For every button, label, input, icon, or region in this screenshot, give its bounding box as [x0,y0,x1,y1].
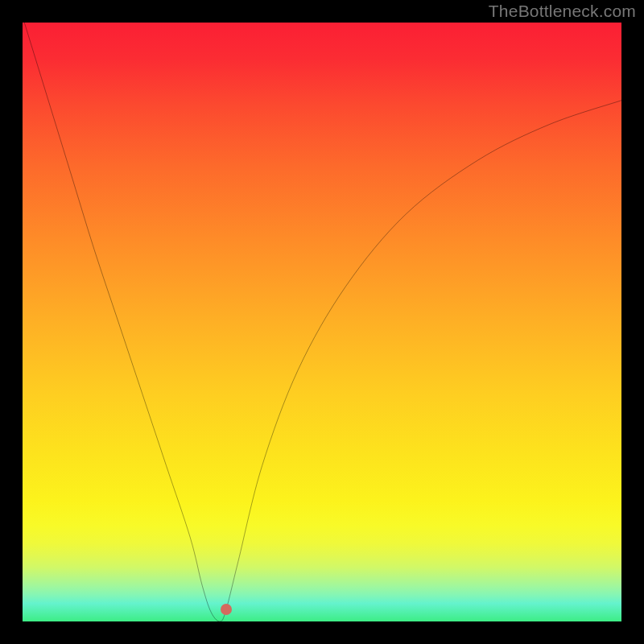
bottleneck-curve [23,23,621,621]
minimum-marker-dot [221,604,232,615]
watermark-text: TheBottleneck.com [489,2,636,21]
plot-area [23,23,621,621]
chart-frame: TheBottleneck.com [0,0,644,644]
curve-path [23,23,621,621]
